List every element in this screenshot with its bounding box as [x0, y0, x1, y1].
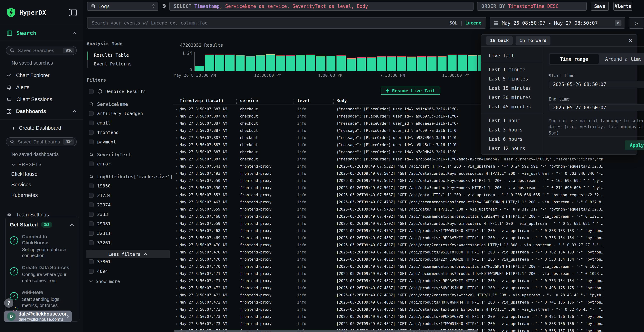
filter-value-row[interactable]: 2333 — [84, 210, 173, 219]
chart-bar[interactable] — [427, 52, 436, 71]
log-row[interactable]: › May 27 8:50:07.470 AM frontend-proxy i… — [173, 263, 644, 270]
filter-value-row[interactable]: 37801 — [84, 257, 173, 266]
back-1h-button[interactable]: 1h back — [486, 36, 513, 45]
mode-sql[interactable]: SQL — [449, 20, 458, 26]
expand-row-icon[interactable]: › — [173, 136, 180, 140]
expand-row-icon[interactable]: › — [173, 322, 180, 326]
filter-value-row[interactable]: payment — [84, 137, 173, 147]
sidebar-collapse-icon[interactable] — [69, 9, 77, 16]
select-clause-editor[interactable]: SELECT Timestamp, ServiceName as service… — [170, 2, 474, 11]
log-row[interactable]: › May 27 8:50:07.473 AM frontend-proxy i… — [173, 313, 644, 320]
expand-row-icon[interactable]: › — [173, 257, 180, 262]
expand-row-icon[interactable]: › — [173, 128, 180, 133]
mode-lucene[interactable]: Lucene — [465, 20, 482, 26]
checkbox[interactable] — [89, 89, 94, 94]
source-settings-button[interactable] — [161, 2, 167, 11]
expand-row-icon[interactable]: › — [173, 114, 180, 118]
apply-button[interactable]: Apply — [625, 140, 644, 150]
preset-option[interactable]: Last 30 minutes — [482, 93, 543, 102]
expand-row-icon[interactable]: › — [173, 279, 180, 283]
filter-group-cache-size[interactable]: LogAttributes['cache.size'] — [84, 169, 173, 181]
resume-live-tail-button[interactable]: Resume Live Tail — [381, 86, 440, 95]
filter-value-row[interactable]: 19350 — [84, 181, 173, 191]
show-more-button[interactable]: Show more — [84, 276, 173, 284]
chart-bar[interactable] — [226, 52, 234, 71]
chart-bar[interactable] — [468, 52, 477, 71]
sidebar-item-clickhouse[interactable]: ClickHouse — [0, 169, 83, 180]
denoise-results-checkbox-row[interactable]: Denoise Results — [84, 86, 173, 96]
end-time-input[interactable]: 2025-05-27 08:50:07 — [549, 104, 644, 111]
expand-row-icon[interactable]: › — [173, 193, 180, 197]
sidebar-item-kubernetes[interactable]: Kubernetes — [0, 190, 83, 200]
chart-bar[interactable] — [236, 52, 244, 71]
chart-bar[interactable] — [296, 52, 305, 71]
sidebar-item-search[interactable]: Search — [0, 25, 83, 41]
filter-value-row[interactable]: error — [84, 159, 173, 169]
chart-bar[interactable] — [195, 52, 204, 71]
expand-row-icon[interactable]: › — [173, 214, 180, 218]
chart-bar[interactable] — [266, 52, 275, 71]
log-row[interactable]: › May 27 8:50:07.469 AM frontend-proxy i… — [173, 234, 644, 242]
mode-results-table[interactable]: Results Table — [88, 51, 173, 60]
log-row[interactable]: › May 27 8:50:07.472 AM frontend-proxy i… — [173, 284, 644, 292]
column-resize-handle[interactable] — [294, 99, 294, 104]
checkbox[interactable] — [89, 260, 94, 264]
sidebar-item-alerts[interactable]: Alerts — [0, 82, 83, 94]
chart-bar[interactable] — [216, 52, 224, 71]
expand-row-icon[interactable]: › — [173, 264, 180, 269]
filter-value-row[interactable]: frontend — [84, 128, 173, 137]
filter-value-row[interactable]: 32311 — [84, 228, 173, 238]
expand-row-icon[interactable]: › — [173, 314, 180, 319]
get-started-item[interactable]: ✓ Connect to ClickHouse Set up your data… — [10, 234, 74, 259]
date-range-input[interactable]: May 26 08:50:07 - May 27 08:50:07 d — [490, 17, 625, 28]
preset-option[interactable]: Last 1 minute — [482, 65, 543, 74]
column-resize-handle[interactable] — [236, 99, 237, 104]
preset-option[interactable]: Last 15 minutes — [482, 84, 543, 93]
get-started-item[interactable]: ✓ Create Data Sources Configure where yo… — [10, 265, 74, 284]
log-row[interactable]: › May 27 8:50:07.550 AM frontend-proxy i… — [173, 177, 644, 184]
checkbox[interactable] — [89, 222, 94, 226]
preset-option[interactable]: Last 1 hour — [482, 116, 543, 125]
preset-option[interactable]: Last 45 minutes — [482, 102, 543, 112]
expand-row-icon[interactable]: › — [173, 157, 180, 161]
sidebar-item-client-sessions[interactable]: Client Sessions — [0, 94, 83, 105]
checkbox[interactable] — [89, 212, 94, 217]
filter-group-servicename[interactable]: ServiceName — [84, 96, 173, 109]
checkbox[interactable] — [89, 162, 94, 166]
chart-bar[interactable] — [367, 52, 376, 71]
chart-bar[interactable] — [205, 52, 214, 71]
column-header-level[interactable]: level — [297, 98, 336, 103]
filter-value-row[interactable]: 29081 — [84, 219, 173, 228]
chart-bar[interactable] — [438, 52, 446, 71]
checkbox[interactable] — [89, 231, 94, 236]
checkbox[interactable] — [89, 193, 94, 198]
log-row[interactable]: › May 27 8:50:07.541 AM frontend-proxy i… — [173, 163, 644, 170]
checkbox[interactable] — [89, 202, 94, 207]
log-row[interactable]: › May 27 8:50:07.559 AM frontend-proxy i… — [173, 206, 644, 213]
expand-row-icon[interactable]: › — [173, 207, 180, 212]
run-query-button[interactable]: ▷ — [629, 17, 644, 28]
orderby-clause-editor[interactable]: ORDER BY TimestampTime DESC — [477, 2, 586, 11]
expand-row-icon[interactable]: › — [173, 307, 180, 312]
chart-bar[interactable] — [387, 52, 396, 71]
close-icon[interactable]: × — [629, 37, 632, 44]
log-row[interactable]: › May 27 8:50:07.471 AM frontend-proxy i… — [173, 277, 644, 284]
log-row[interactable]: › May 27 8:50:07.468 AM frontend-proxy i… — [173, 227, 644, 234]
source-select[interactable]: Logs — [87, 2, 158, 11]
create-dashboard-button[interactable]: Create Dashboard — [0, 122, 83, 134]
log-row[interactable]: › May 27 8:50:07.472 AM frontend-proxy i… — [173, 299, 644, 306]
checkbox[interactable] — [89, 140, 94, 144]
chart-bar[interactable] — [326, 52, 336, 71]
column-resize-handle[interactable] — [333, 99, 334, 104]
log-row[interactable]: › May 27 8:50:07.470 AM frontend-proxy i… — [173, 249, 644, 256]
get-started-item[interactable]: ✓ Add Data Start sending logs, metrics, … — [10, 290, 74, 308]
chevron-up-icon[interactable] — [70, 223, 74, 226]
sidebar-item-services[interactable]: Services — [0, 180, 83, 190]
checkbox[interactable] — [89, 240, 94, 245]
expand-row-icon[interactable]: › — [173, 300, 180, 304]
save-button[interactable]: Save — [591, 2, 609, 11]
preset-option[interactable]: Last 5 minutes — [482, 74, 543, 84]
chart-bar[interactable] — [306, 52, 315, 71]
alerts-button[interactable]: Alerts — [614, 2, 632, 11]
chart-bar[interactable] — [316, 52, 325, 71]
